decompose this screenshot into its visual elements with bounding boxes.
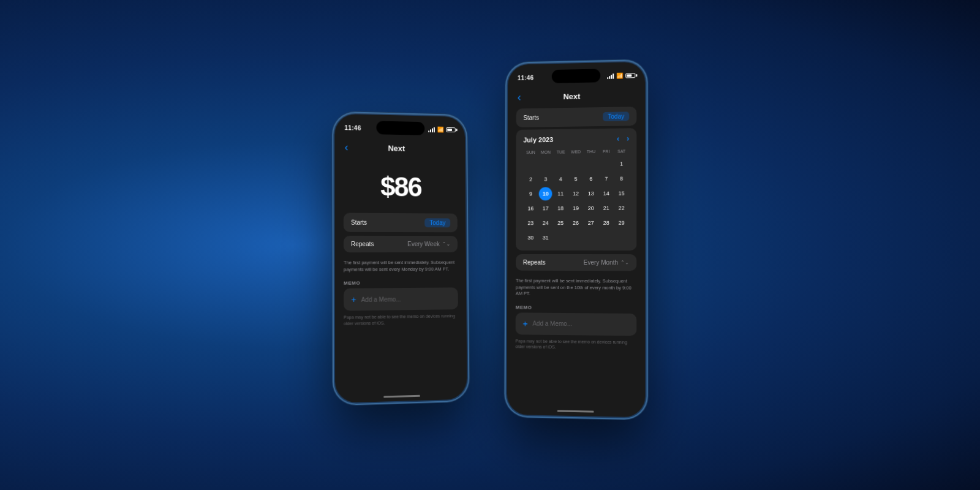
cal-day-27[interactable]: 27 (584, 216, 598, 230)
dynamic-island-2 (552, 69, 600, 83)
cal-day-23[interactable]: 23 (524, 216, 537, 230)
battery-fill-1 (447, 129, 452, 131)
cal-empty-2 (539, 158, 552, 172)
battery-icon-2 (625, 73, 635, 78)
bar4-p2 (612, 73, 614, 78)
cal-empty-7 (554, 231, 567, 244)
weekday-sun: SUN (523, 149, 538, 156)
bar2 (430, 129, 431, 132)
cal-empty-8 (569, 231, 582, 244)
cal-day-14[interactable]: 14 (600, 187, 613, 200)
cal-empty-6 (600, 157, 613, 171)
calendar-grid-2: 1 2 3 4 5 6 7 8 9 10 11 12 13 (523, 157, 629, 244)
cal-day-10[interactable]: 10 (539, 187, 552, 200)
memo-input-2[interactable]: + Add a Memo... (516, 312, 637, 336)
phone-2: 11:46 ▲ 📶 ‹ Next (506, 61, 647, 419)
weekday-mon: MON (538, 149, 554, 156)
calendar-section-2: July 2023 ‹ › SUN MON TUE WED THU FRI S (516, 128, 636, 251)
screen-content-2: Starts Today July 2023 ‹ › SUN MON (507, 107, 646, 352)
cal-day-15[interactable]: 15 (615, 187, 628, 200)
cal-day-2[interactable]: 2 (524, 173, 538, 186)
home-indicator-2 (557, 410, 594, 412)
starts-value-2[interactable]: Today (603, 111, 629, 121)
repeats-row-2[interactable]: Repeats Every Month ⌃⌄ (516, 254, 636, 271)
phone-1-screen: 11:46 ▲ 📶 ‹ Next (334, 114, 467, 403)
bar3-p2 (611, 74, 612, 78)
starts-row-2: Starts Today (516, 107, 637, 127)
amount-1: $86 (380, 172, 421, 202)
cal-day-29[interactable]: 29 (615, 216, 628, 230)
status-icons-2: 📶 (607, 72, 635, 79)
repeats-value-1: Every Week ⌃⌄ (407, 241, 450, 247)
weekday-thu: THU (584, 148, 599, 155)
phone-2-screen: 11:46 ▲ 📶 ‹ Next (507, 62, 645, 418)
cal-day-18[interactable]: 18 (554, 202, 567, 215)
repeats-card-2: Repeats Every Month ⌃⌄ (516, 254, 636, 271)
back-button-1[interactable]: ‹ (345, 141, 349, 154)
wifi-icon-2: 📶 (616, 73, 623, 79)
weekday-wed: WED (568, 148, 584, 155)
cal-day-12[interactable]: 12 (569, 187, 582, 200)
status-time-1: 11:46 (344, 124, 361, 132)
memo-input-1[interactable]: + Add a Memo... (344, 287, 458, 311)
repeats-value-2: Every Month ⌃⌄ (584, 259, 629, 266)
cal-day-20[interactable]: 20 (584, 202, 598, 215)
cal-day-4[interactable]: 4 (554, 172, 568, 186)
nav-bar-2: ‹ Next (508, 86, 645, 109)
cal-day-17[interactable]: 17 (539, 202, 552, 215)
screen-content-1: Starts Today Repeats Every Week ⌃⌄ The f… (335, 213, 467, 326)
cal-day-28[interactable]: 28 (600, 216, 613, 230)
next-month-button[interactable]: › (627, 134, 629, 143)
memo-disclaimer-2: Papa may not be able to see the memo on … (516, 338, 637, 352)
starts-value-1[interactable]: Today (424, 218, 450, 227)
starts-card-1: Starts Today (344, 213, 458, 233)
cal-day-8[interactable]: 8 (615, 172, 628, 185)
cal-day-3[interactable]: 3 (539, 173, 552, 186)
starts-label-1: Starts (351, 219, 367, 226)
cal-day-1[interactable]: 1 (615, 157, 628, 170)
memo-label-1: MEMO (344, 279, 458, 285)
signal-1 (428, 127, 435, 132)
cal-day-25[interactable]: 25 (554, 216, 567, 230)
starts-label-2: Starts (523, 115, 539, 121)
cal-day-9[interactable]: 9 (524, 187, 537, 201)
cal-day-19[interactable]: 19 (569, 202, 582, 215)
cal-day-31[interactable]: 31 (539, 231, 552, 244)
calendar-month-nav-2: July 2023 ‹ › (523, 134, 629, 144)
cal-empty-3 (554, 157, 568, 171)
phone-1: 11:46 ▲ 📶 ‹ Next (333, 113, 468, 404)
prev-month-button[interactable]: ‹ (617, 135, 619, 143)
back-button-2[interactable]: ‹ (518, 91, 521, 104)
cal-day-22[interactable]: 22 (615, 202, 628, 215)
helper-text-1: The first payment will be sent immediate… (344, 256, 458, 278)
chevron-icon-2: ⌃⌄ (620, 260, 629, 265)
memo-section-1: MEMO + Add a Memo... Papa may not be abl… (344, 279, 458, 326)
helper-text-2: The first payment will be sent immediate… (516, 274, 637, 303)
nav-title-1: Next (388, 143, 405, 153)
status-time-2: 11:46 (518, 74, 534, 81)
amount-display-1: $86 (334, 159, 466, 214)
cal-day-7[interactable]: 7 (600, 172, 613, 186)
weekday-fri: FRI (598, 148, 614, 155)
cal-day-6[interactable]: 6 (584, 172, 598, 186)
repeats-row-1[interactable]: Repeats Every Week ⌃⌄ (344, 236, 458, 252)
cal-day-5[interactable]: 5 (569, 172, 582, 186)
cal-day-24[interactable]: 24 (539, 216, 552, 230)
cal-day-21[interactable]: 21 (600, 202, 613, 215)
signal-2 (607, 73, 614, 78)
cal-day-30[interactable]: 30 (524, 231, 537, 244)
memo-plus-icon-2: + (522, 318, 527, 328)
cal-day-11[interactable]: 11 (554, 187, 568, 200)
cal-day-13[interactable]: 13 (584, 187, 598, 200)
memo-placeholder-1: Add a Memo... (361, 296, 401, 303)
calendar-nav-arrows-2: ‹ › (617, 134, 629, 143)
starts-row-1: Starts Today (344, 213, 458, 233)
cal-day-16[interactable]: 16 (524, 202, 537, 215)
dynamic-island-1 (376, 121, 424, 135)
memo-placeholder-2: Add a Memo... (532, 320, 572, 328)
memo-disclaimer-1: Papa may not be able to see the memo on … (344, 313, 458, 326)
cal-empty-5 (584, 157, 598, 171)
chevron-icon-1: ⌃⌄ (442, 241, 451, 247)
bar2-p2 (609, 76, 610, 79)
cal-day-26[interactable]: 26 (569, 216, 582, 230)
